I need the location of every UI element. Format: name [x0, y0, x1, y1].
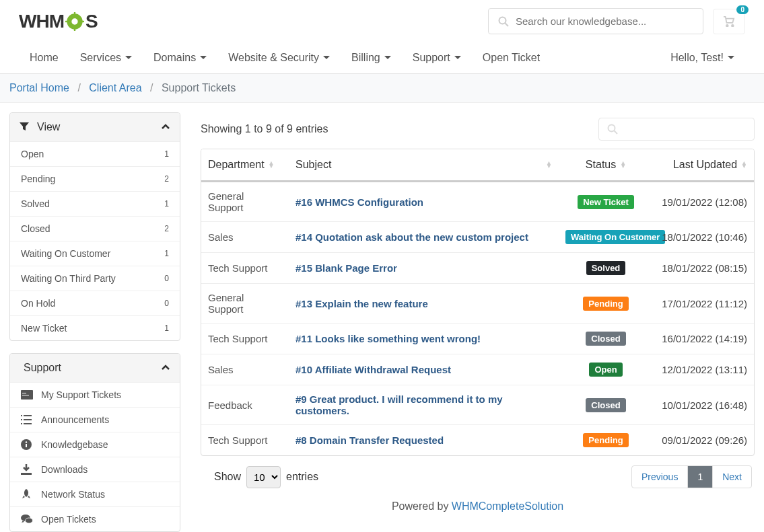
nav-support[interactable]: Support: [402, 42, 472, 73]
nav-billing[interactable]: Billing: [341, 42, 402, 73]
logo[interactable]: WHMS: [19, 11, 98, 32]
table-row[interactable]: General Support #16 WHMCS Configuration …: [201, 182, 754, 221]
caret-down-icon: [728, 56, 734, 60]
view-item-pending[interactable]: Pending2: [10, 166, 180, 191]
svg-line-26: [615, 131, 618, 135]
caret-down-icon: [384, 56, 391, 60]
view-item-new-ticket[interactable]: New Ticket1: [10, 315, 180, 340]
cell-department: Feedback: [201, 400, 289, 411]
table-row[interactable]: Tech Support #11 Looks like something we…: [201, 323, 754, 354]
footer-link[interactable]: WHMCompleteSolution: [452, 500, 563, 512]
table-row[interactable]: Feedback #9 Great product. I will recomm…: [201, 385, 754, 424]
pagination: Previous 1 Next: [631, 465, 752, 488]
table-row[interactable]: Tech Support #15 Blank Page Error Solved…: [201, 252, 754, 283]
chevron-up-icon: [161, 124, 170, 130]
knowledgebase-search[interactable]: [488, 8, 703, 34]
view-item-label: Open: [21, 149, 44, 159]
cell-subject[interactable]: #16 WHMCS Configuration: [289, 196, 559, 208]
table-search-input[interactable]: [623, 124, 746, 135]
next-button[interactable]: Next: [713, 466, 751, 488]
cell-subject[interactable]: #10 Affiliate Withdrawal Request: [289, 364, 559, 375]
svg-rect-18: [24, 423, 32, 424]
nav-website-security[interactable]: Website & Security: [217, 42, 341, 73]
svg-point-24: [26, 518, 33, 523]
support-item-downloads[interactable]: Downloads: [10, 457, 180, 482]
th-updated[interactable]: Last Updated▲▼: [653, 149, 754, 180]
cell-subject[interactable]: #11 Looks like something went wrong!: [289, 333, 559, 344]
prev-button[interactable]: Previous: [632, 466, 688, 488]
view-panel-header[interactable]: View: [10, 113, 180, 141]
user-menu[interactable]: Hello, Test!: [660, 42, 745, 73]
view-item-waiting-on-customer[interactable]: Waiting On Customer1: [10, 241, 180, 266]
status-badge: Solved: [586, 261, 626, 275]
cell-status: Closed: [559, 398, 653, 412]
nav-open-ticket[interactable]: Open Ticket: [472, 42, 551, 73]
cell-subject[interactable]: #8 Domain Transfer Requested: [289, 434, 559, 446]
support-item-label: Knowledgebase: [41, 439, 108, 450]
view-item-closed[interactable]: Closed2: [10, 216, 180, 241]
filter-icon: [20, 122, 30, 132]
svg-rect-5: [81, 20, 84, 22]
support-item-my-support-tickets[interactable]: My Support Tickets: [10, 382, 180, 407]
view-item-count: 0: [164, 299, 169, 308]
svg-point-6: [499, 17, 506, 24]
table-search[interactable]: [598, 118, 755, 141]
table-row[interactable]: General Support #13 Explain the new feat…: [201, 283, 754, 323]
th-status[interactable]: Status▲▼: [559, 149, 653, 180]
status-badge: Closed: [586, 398, 625, 412]
support-item-network-status[interactable]: Network Status: [10, 482, 180, 506]
th-subject[interactable]: Subject▲▼: [289, 149, 559, 180]
view-item-label: Pending: [21, 174, 55, 184]
nav-services[interactable]: Services: [69, 42, 143, 73]
support-item-knowledgebase[interactable]: Knowledgebase: [10, 432, 180, 457]
table-row[interactable]: Sales #14 Quotation ask about the new cu…: [201, 221, 754, 252]
nav-domains[interactable]: Domains: [143, 42, 217, 73]
caret-down-icon: [125, 56, 132, 60]
cell-updated: 18/01/2022 (08:15): [653, 262, 754, 274]
support-item-announcements[interactable]: Announcements: [10, 407, 180, 432]
table-row[interactable]: Tech Support #8 Domain Transfer Requeste…: [201, 424, 754, 455]
cell-subject[interactable]: #9 Great product. I will recommend it to…: [289, 393, 559, 416]
cell-subject[interactable]: #14 Quotation ask about the new custom p…: [289, 231, 559, 243]
search-input[interactable]: [516, 15, 693, 27]
cell-department: Tech Support: [201, 434, 289, 446]
table-summary: Showing 1 to 9 of 9 entries: [201, 123, 328, 135]
breadcrumb-current: Support Tickets: [162, 82, 236, 93]
view-item-on-hold[interactable]: On Hold0: [10, 291, 180, 315]
support-item-open-tickets[interactable]: Open Tickets: [10, 506, 180, 531]
svg-rect-14: [24, 415, 32, 416]
view-item-solved[interactable]: Solved1: [10, 191, 180, 216]
breadcrumb-portal-home[interactable]: Portal Home: [9, 82, 69, 93]
svg-point-1: [71, 18, 77, 24]
page-1-button[interactable]: 1: [688, 466, 713, 488]
cell-department: General Support: [201, 190, 289, 213]
view-item-open[interactable]: Open1: [10, 141, 180, 166]
svg-point-25: [609, 125, 615, 132]
breadcrumb-client-area[interactable]: Client Area: [89, 82, 141, 93]
svg-point-9: [732, 24, 734, 26]
cell-subject[interactable]: #15 Blank Page Error: [289, 262, 559, 274]
status-badge: Waiting On Customer: [565, 230, 665, 244]
cell-department: Sales: [201, 231, 289, 243]
cell-subject[interactable]: #13 Explain the new feature: [289, 298, 559, 309]
tickets-table: Department▲▼ Subject▲▼ Status▲▼ Last Upd…: [201, 149, 755, 456]
cart-button[interactable]: 0: [713, 9, 745, 34]
th-department[interactable]: Department▲▼: [201, 149, 289, 180]
support-panel-header[interactable]: Support: [10, 354, 180, 382]
cell-updated: 19/01/2022 (12:08): [653, 196, 754, 208]
support-item-label: My Support Tickets: [41, 389, 121, 400]
chevron-up-icon: [161, 365, 170, 371]
cell-department: Tech Support: [201, 262, 289, 274]
page-size-select[interactable]: 10: [246, 466, 281, 488]
view-item-waiting-on-third-party[interactable]: Waiting On Third Party0: [10, 266, 180, 291]
caret-down-icon: [200, 56, 207, 60]
nav-home[interactable]: Home: [19, 42, 69, 73]
download-icon: [21, 464, 33, 475]
cell-status: Open: [559, 363, 653, 377]
view-item-count: 0: [164, 274, 169, 283]
cell-department: Sales: [201, 364, 289, 375]
cell-status: Solved: [559, 261, 653, 275]
cell-updated: 17/01/2022 (11:12): [653, 298, 754, 309]
table-row[interactable]: Sales #10 Affiliate Withdrawal Request O…: [201, 354, 754, 385]
footer: Powered by WHMCompleteSolution: [201, 498, 755, 532]
